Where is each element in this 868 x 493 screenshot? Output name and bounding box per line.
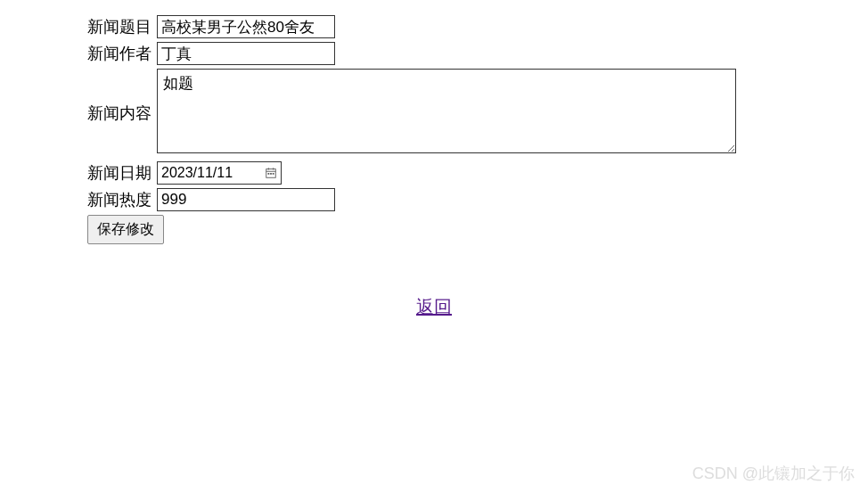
save-button[interactable]: 保存修改 xyxy=(87,215,164,244)
author-label: 新闻作者 xyxy=(85,40,154,67)
date-value: 2023/11/11 xyxy=(161,165,233,181)
back-link-container: 返回 xyxy=(13,295,855,319)
svg-rect-4 xyxy=(268,173,270,175)
calendar-icon xyxy=(265,167,277,179)
back-link[interactable]: 返回 xyxy=(416,297,452,316)
title-label: 新闻题目 xyxy=(85,13,154,40)
news-edit-form: 新闻题目 新闻作者 新闻内容 新闻日期 2023/11/11 xyxy=(85,13,739,246)
svg-rect-6 xyxy=(273,173,274,175)
heat-input[interactable] xyxy=(157,188,335,211)
content-label: 新闻内容 xyxy=(85,67,154,160)
watermark: CSDN @此镶加之于你 xyxy=(692,463,855,484)
heat-label: 新闻热度 xyxy=(85,186,154,213)
date-label: 新闻日期 xyxy=(85,160,154,186)
author-input[interactable] xyxy=(157,42,335,65)
title-input[interactable] xyxy=(157,15,335,38)
content-textarea[interactable] xyxy=(157,69,736,153)
svg-rect-5 xyxy=(270,173,272,175)
date-input[interactable]: 2023/11/11 xyxy=(157,161,282,185)
